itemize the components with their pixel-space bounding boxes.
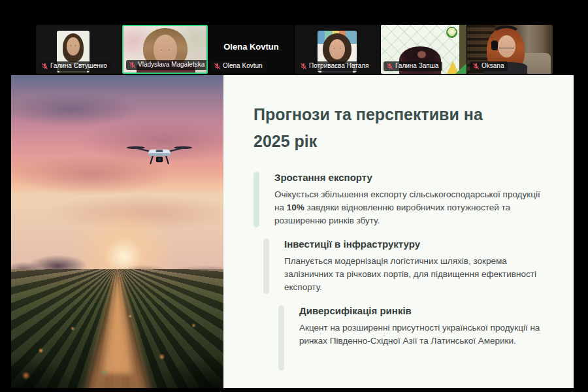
mic-muted-icon xyxy=(214,63,221,70)
mic-muted-icon xyxy=(129,61,136,69)
shared-screen-slide: Прогнози та перспективи на 2025 рік Зрос… xyxy=(11,75,574,388)
avatar-eyes xyxy=(68,44,78,47)
participant-name: Vladyslava Magaletska xyxy=(138,61,204,69)
participant-nameplate: Vladyslava Magaletska xyxy=(126,60,208,70)
mic-muted-icon xyxy=(472,63,480,70)
participant-nameplate: Oksana xyxy=(470,61,508,71)
slide-section-market-diversification: Диверсифікація ринків Акцент на розширен… xyxy=(278,305,547,370)
section-accent-bar xyxy=(278,305,284,370)
meeting-window: { "participants": [ {"name": "Галина Євт… xyxy=(0,0,588,392)
drone-icon xyxy=(126,141,193,170)
section-heading: Диверсифікація ринків xyxy=(299,305,547,316)
participant-name: Галина Запша xyxy=(395,62,438,70)
participant-name: Olena Kovtun xyxy=(223,62,263,70)
participant-strip: Галина Євтушенко Vladyslava Magaletska O… xyxy=(36,25,553,74)
slide-section-export-growth: Зростання експорту Очікується збільшення… xyxy=(253,172,547,227)
participant-tile-halyna-zapsha[interactable]: Галина Запша xyxy=(381,25,466,74)
participant-tile-oksana[interactable]: Oksana xyxy=(467,25,553,74)
slide-section-infrastructure-investment: Інвестиції в інфраструктуру Планується м… xyxy=(263,238,547,294)
foreground-bokeh xyxy=(11,75,223,388)
mic-muted-icon xyxy=(300,63,307,70)
section-accent-bar xyxy=(263,238,269,294)
participant-nameplate: Галина Євтушенко xyxy=(39,61,111,71)
participant-nameplate: Olena Kovtun xyxy=(211,61,267,71)
speaker-eyes xyxy=(157,48,173,52)
section-heading: Інвестиції в інфраструктуру xyxy=(284,238,547,250)
section-heading: Зростання експорту xyxy=(274,172,547,183)
section-body: Акцент на розширенні присутності українс… xyxy=(299,321,547,348)
participant-tile-vladyslava-magaletska-active-speaker[interactable]: Vladyslava Magaletska xyxy=(122,25,208,74)
speaker-glasses xyxy=(499,44,514,48)
speaker-face xyxy=(417,51,426,58)
participant-name: Oksana xyxy=(482,62,504,70)
organization-logo xyxy=(446,27,457,38)
green-triangle-decor xyxy=(455,63,466,74)
participant-tile-potryvaieva-natalia[interactable]: Потриваєва Наталя xyxy=(295,25,380,74)
slide-text-column: Прогнози та перспективи на 2025 рік Зрос… xyxy=(223,75,574,388)
participant-nameplate: Галина Запша xyxy=(384,61,442,71)
section-body: Планується модернізація логістичних шлях… xyxy=(284,255,547,294)
section-accent-bar xyxy=(253,172,259,227)
participant-tile-halyna-yevtushenko[interactable]: Галина Євтушенко xyxy=(36,25,122,74)
slide-photo-drone-over-field xyxy=(11,75,223,388)
headphones-earcup xyxy=(491,41,498,50)
avatar-eyes xyxy=(331,47,343,50)
mic-muted-icon xyxy=(41,63,48,70)
participant-name: Потриваєва Наталя xyxy=(309,62,369,70)
participant-nameplate: Потриваєва Наталя xyxy=(297,61,373,71)
highlight-10-percent: 10% xyxy=(287,203,304,212)
participant-tile-olena-kovtun[interactable]: Olena Kovtun Olena Kovtun xyxy=(208,25,294,74)
participant-name: Галина Євтушенко xyxy=(50,62,107,70)
mic-muted-icon xyxy=(386,63,393,70)
slide-title: Прогнози та перспективи на 2025 рік xyxy=(253,101,515,155)
section-body: Очікується збільшення експорту сільськог… xyxy=(274,188,547,227)
